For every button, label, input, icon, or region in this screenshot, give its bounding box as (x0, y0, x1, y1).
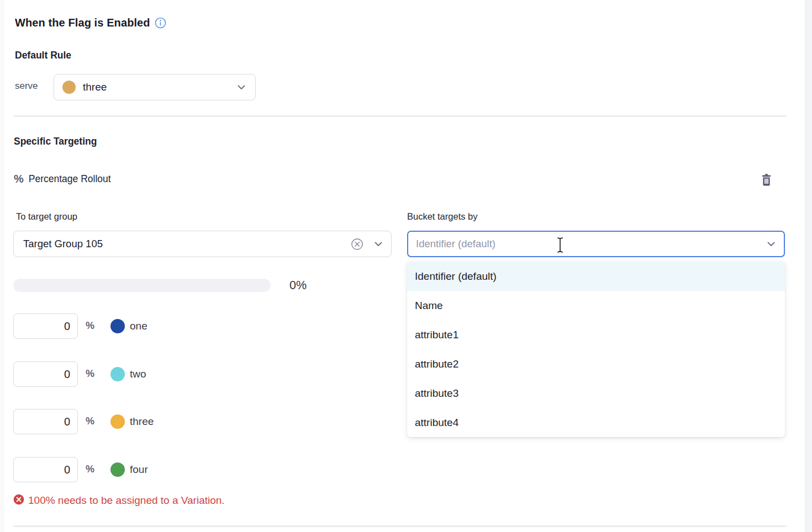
bucket-options-menu: Identifier (default) Name attribute1 att… (407, 262, 785, 437)
variation-color-dot (110, 319, 125, 333)
variation-legend: two (110, 367, 146, 381)
menu-item-attribute3[interactable]: attribute3 (407, 379, 785, 408)
clear-selection-icon[interactable] (351, 238, 363, 251)
chevron-down-icon (767, 239, 775, 249)
percent-suffix: % (86, 416, 94, 427)
variation-name: three (130, 416, 154, 428)
chevron-down-icon (375, 239, 382, 249)
bucket-input-placeholder: Identifier (default) (416, 238, 495, 250)
variation-color-dot (110, 367, 125, 381)
section-divider (13, 115, 787, 117)
validation-error-row: 100% needs to be assigned to a Variation… (13, 494, 225, 507)
default-serve-select[interactable]: three (54, 74, 256, 100)
rollout-progress-bar (13, 279, 271, 292)
menu-item-name[interactable]: Name (407, 291, 785, 320)
percentage-rollout-row: % Percentage Rollout (14, 173, 111, 185)
menu-item-attribute4[interactable]: attribute4 (407, 408, 785, 437)
variation-legend: four (110, 462, 148, 477)
target-group-value: Target Group 105 (23, 238, 103, 250)
error-icon (13, 494, 24, 507)
menu-item-attribute2[interactable]: attribute2 (407, 349, 785, 379)
variation-percent-input[interactable]: 0 (13, 457, 78, 482)
default-rule-heading: Default Rule (15, 50, 71, 61)
percentage-rollout-label: Percentage Rollout (29, 173, 111, 185)
page-title: When the Flag is Enabled (15, 17, 150, 29)
percent-suffix: % (86, 320, 94, 332)
percent-icon: % (14, 173, 24, 185)
variation-percent-input[interactable]: 0 (13, 313, 78, 339)
serve-label: serve (15, 81, 38, 92)
rollout-progress-value: 0% (289, 279, 307, 292)
menu-item-identifier-default[interactable]: Identifier (default) (407, 262, 785, 291)
menu-item-attribute1[interactable]: attribute1 (407, 320, 785, 349)
target-group-label: To target group (16, 211, 77, 222)
bucket-targets-input[interactable]: Identifier (default) (407, 231, 785, 257)
variation-color-dot (110, 462, 125, 477)
variation-name: two (130, 368, 146, 380)
serve-select-value: three (83, 81, 107, 93)
variation-color-dot (62, 81, 76, 94)
variation-name: four (130, 464, 148, 476)
flag-targeting-panel: When the Flag is Enabled Default Rule se… (0, 0, 812, 532)
variation-percent-input[interactable]: 0 (13, 409, 78, 434)
bucket-targets-label: Bucket targets by (407, 211, 477, 222)
variation-legend: three (110, 414, 154, 429)
text-cursor-icon (556, 237, 564, 256)
percent-suffix: % (86, 368, 94, 380)
trash-icon[interactable] (760, 173, 773, 187)
specific-targeting-heading: Specific Targeting (14, 136, 97, 147)
page-right-gutter (805, 0, 812, 532)
variation-percent-input[interactable]: 0 (13, 361, 78, 387)
variation-name: one (130, 320, 147, 332)
variation-legend: one (110, 319, 147, 333)
page-title-row: When the Flag is Enabled (15, 17, 166, 29)
chevron-down-icon (238, 85, 245, 90)
percent-suffix: % (86, 464, 94, 475)
variation-color-dot (110, 414, 125, 429)
page-left-gutter (0, 0, 4, 532)
target-group-select[interactable]: Target Group 105 (13, 231, 392, 257)
info-icon[interactable] (155, 17, 166, 29)
validation-error-text: 100% needs to be assigned to a Variation… (28, 494, 225, 507)
bottom-divider (13, 525, 787, 527)
